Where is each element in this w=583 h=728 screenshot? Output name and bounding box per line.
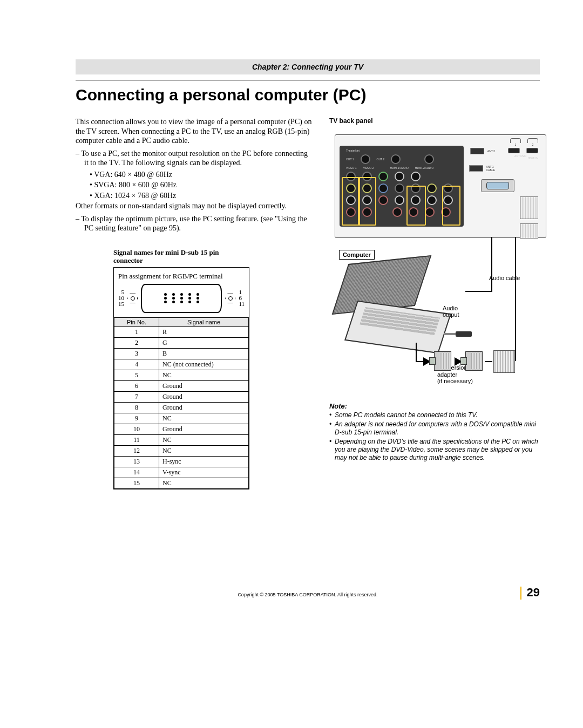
audio-cable-line xyxy=(465,291,492,292)
hdmi-icon xyxy=(526,148,538,153)
mode-xga: • XGA: 1024 × 768 @ 60Hz xyxy=(76,191,313,201)
laptop-keyboard-icon xyxy=(360,307,439,335)
ant1-label: ANT 1 CABLE xyxy=(486,165,495,172)
pin-label-15: 15 xyxy=(118,301,124,307)
signal-name: NC xyxy=(159,478,249,488)
highlight-colorstream xyxy=(406,186,426,226)
screw-hole-icon xyxy=(127,294,138,303)
hdmi-in-label: HDMI IN xyxy=(528,157,538,160)
connection-diagram: TheaterNet OUT 1 OUT 2 VIDEO 1 VIDEO 2 xyxy=(329,125,540,394)
jack-r-out-icon xyxy=(425,207,435,217)
audio-miniplug-icon xyxy=(444,329,476,334)
jack-l-icon xyxy=(395,172,404,181)
vga-cable-line xyxy=(485,361,492,362)
note-text: Depending on the DVD's title and the spe… xyxy=(335,438,540,462)
th-pin-no: Pin No. xyxy=(114,317,159,326)
ant2-label: ANT 2 xyxy=(487,149,495,153)
chapter-banner: Chapter 2: Connecting your TV xyxy=(76,59,540,74)
audio-cable-line xyxy=(491,237,492,291)
pin-table: Pin No. Signal name 1R2G3B4NC (not conne… xyxy=(114,317,249,489)
pin-number: 14 xyxy=(114,467,159,478)
table-row: 15NC xyxy=(114,478,249,488)
port1-label: 1 xyxy=(510,143,521,146)
vga-plug-icon xyxy=(432,351,453,373)
table-row: 13H-sync xyxy=(114,456,249,467)
pin-number: 12 xyxy=(114,445,159,456)
table-row: 9NC xyxy=(114,413,249,424)
jack-colorstream-icon xyxy=(395,183,404,193)
signal-name: NC (not connected) xyxy=(159,359,249,370)
pin-number: 13 xyxy=(114,456,159,467)
vga-cable-line xyxy=(515,237,516,361)
pin-number: 9 xyxy=(114,413,159,424)
divider xyxy=(76,80,540,80)
jack-pr-icon xyxy=(378,195,388,205)
mode-svga: • SVGA: 800 × 600 @ 60Hz xyxy=(76,180,313,190)
signal-name: Ground xyxy=(159,424,249,434)
pin-number: 2 xyxy=(114,337,159,348)
jack-pb-icon xyxy=(378,183,388,193)
signal-name: B xyxy=(159,348,249,359)
hdmi1a-label: HDMI-1/AUDIO xyxy=(390,166,408,169)
pin-number: 5 xyxy=(114,370,159,380)
right-column: TV back panel TheaterNet OUT 1 xyxy=(329,117,540,489)
pin-number: 15 xyxy=(114,478,159,488)
signal-name: G xyxy=(159,337,249,348)
jack-video-out-icon xyxy=(427,183,437,193)
pin-number: 7 xyxy=(114,391,159,402)
table-row: 7Ground xyxy=(114,391,249,402)
table-row: 2G xyxy=(114,337,249,348)
jack-y-icon xyxy=(378,172,388,181)
computer-label: Computer xyxy=(339,250,375,260)
table-row: 8Ground xyxy=(114,402,249,413)
note-text: Some PC models cannot be connected to th… xyxy=(335,411,478,419)
optimum-picture: – To display the optimum picture, use th… xyxy=(76,214,313,233)
pin-number: 1 xyxy=(114,326,159,337)
page-number-bar xyxy=(520,587,521,600)
vga-cable-line xyxy=(416,343,417,362)
signal-name: NC xyxy=(159,434,249,445)
note-item: •Some PC models cannot be connected to t… xyxy=(329,411,540,419)
theaternet-label: TheaterNet xyxy=(346,149,460,152)
table-row: 3B xyxy=(114,348,249,359)
section-title: Connecting a personal computer (PC) xyxy=(76,86,540,104)
vga-cable-line xyxy=(416,361,423,362)
pin-number: 4 xyxy=(114,359,159,370)
pin-assignment-label: Pin assignment for RGB/PC terminal xyxy=(118,272,245,281)
pin-number: 6 xyxy=(114,380,159,391)
bullet-icon: • xyxy=(329,438,331,462)
table-row: 11NC xyxy=(114,434,249,445)
table-row: 10Ground xyxy=(114,424,249,434)
other-formats: Other formats or non-standard signals ma… xyxy=(76,201,313,211)
dsub-pinout-figure: 5 10 15 1 6 xyxy=(118,284,245,313)
pc-rgb-port-icon xyxy=(481,179,514,192)
note-item: •An adapter is not needed for computers … xyxy=(329,420,540,437)
bullet-icon: • xyxy=(329,411,331,419)
jack-icon xyxy=(361,154,370,164)
highlight-video xyxy=(358,177,376,226)
table-row: 4NC (not connected) xyxy=(114,359,249,370)
audio-output-label: Audio output xyxy=(443,305,459,318)
out1-label: OUT 1 xyxy=(346,158,354,161)
jack-l-out-icon xyxy=(427,195,437,205)
ant-icon xyxy=(469,165,483,172)
ant-dvd-label: ANT DVD xyxy=(514,154,526,158)
table-row: 6Ground xyxy=(114,380,249,391)
intro-text: This connection allows you to view the i… xyxy=(76,117,313,146)
page-number: 29 xyxy=(527,586,540,600)
pin-label-11: 11 xyxy=(239,301,245,307)
table-row: 14V-sync xyxy=(114,467,249,478)
tv-back-panel-figure: TheaterNet OUT 1 OUT 2 VIDEO 1 VIDEO 2 xyxy=(335,134,546,238)
hdmi-icon xyxy=(508,148,520,153)
laptop-base-icon xyxy=(344,301,451,353)
note-text: An adapter is not needed for computers w… xyxy=(335,420,540,437)
card-slots xyxy=(520,196,538,243)
jack-icon xyxy=(424,154,434,164)
signal-name: H-sync xyxy=(159,456,249,467)
jack-l-icon xyxy=(411,172,421,181)
pin-number: 3 xyxy=(114,348,159,359)
pin-number: 10 xyxy=(114,424,159,434)
signal-name: NC xyxy=(159,413,249,424)
highlight-svideo xyxy=(342,177,360,226)
signal-name: NC xyxy=(159,445,249,456)
